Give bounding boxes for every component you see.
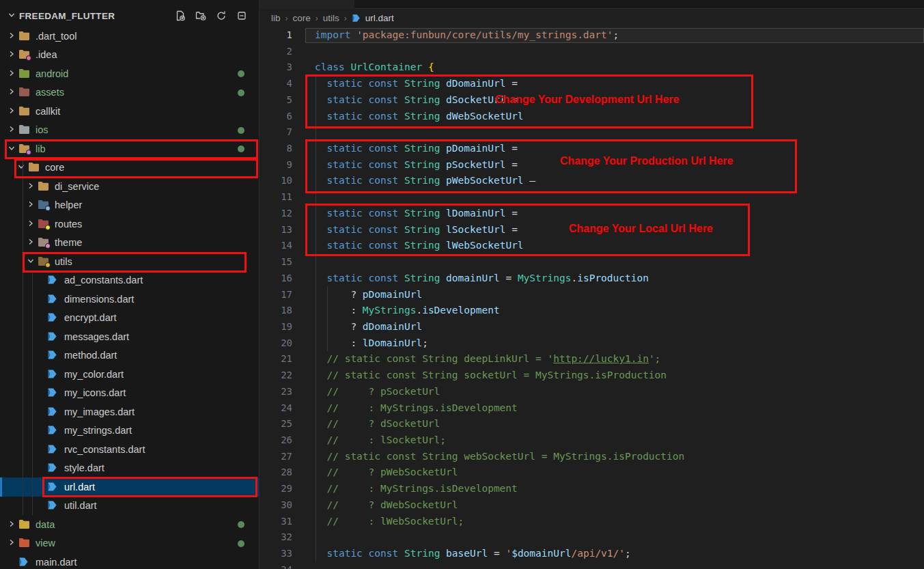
tree-item-util-dart[interactable]: util.dart [0,497,260,516]
code-line[interactable]: 2 [260,44,924,60]
chevron-right-icon[interactable] [6,70,17,78]
new-folder-icon[interactable] [195,10,207,22]
code-line[interactable]: 11 [260,189,924,206]
project-root-row[interactable]: FREEDAM_FLUTTER [0,6,259,25]
code-line[interactable]: 9 static const String pSocketUrl = [260,157,924,174]
line-number: 4 [260,76,306,92]
code-line[interactable]: 29 // : MyStrings.isDevelopment [260,481,924,497]
tree-item-my-strings-dart[interactable]: my_strings.dart [0,421,260,441]
chevron-right-icon[interactable] [6,126,17,134]
chevron-right-icon[interactable] [6,521,17,529]
tree-item-label: my_strings.dart [64,425,132,436]
code-line[interactable]: 17 ? pDomainUrl [260,287,924,303]
tree-item-theme[interactable]: theme [0,234,260,253]
new-file-icon[interactable] [174,10,186,22]
code-line-text [306,189,315,206]
tree-item-di-service[interactable]: di_service [0,177,260,196]
folder-icon [28,162,40,173]
tree-item-label: dimensions.dart [64,294,134,305]
code-line[interactable]: 24 // : MyStrings.isDevelopment [260,400,924,417]
chevron-right-icon[interactable] [6,88,17,96]
tree-item-core[interactable]: core [0,158,260,178]
code-line-text: ? dDomainUrl [306,319,422,335]
code-line[interactable]: 13 static const String lSocketUrl = [260,222,924,238]
chevron-right-icon[interactable] [25,201,36,209]
code-line[interactable]: 33 static const String baseUrl = '$domai… [260,546,924,562]
active-tab[interactable] [260,0,354,9]
code-line[interactable]: 32 [260,529,924,546]
tree-item-my-icons-dart[interactable]: my_icons.dart [0,384,260,403]
chevron-down-icon[interactable] [25,258,36,266]
code-line[interactable]: 6 static const String dWebSocketUrl [260,109,924,125]
editor-pane: lib › core › utils › url.dart 1import 'p… [260,0,924,569]
git-modified-dot [238,127,244,134]
tree-item-encrypt-dart[interactable]: encrypt.dart [0,309,260,328]
code-line[interactable]: 4 static const String dDomainUrl = [260,76,924,92]
code-line[interactable]: 19 ? dDomainUrl [260,319,924,335]
tree-item-url-dart[interactable]: url.dart [0,477,260,497]
tree-item-main-dart[interactable]: main.dart [0,553,260,569]
dart-file-icon [47,444,59,455]
code-line[interactable]: 8 static const String pDomainUrl = [260,141,924,157]
breadcrumb-item-utils[interactable]: utils [323,13,339,23]
breadcrumb-item-core[interactable]: core [293,13,311,23]
chevron-right-icon[interactable] [6,107,17,115]
chevron-right-icon[interactable] [6,32,17,40]
code-line[interactable]: 5 static const String dSocketUrl = [260,92,924,109]
code-line[interactable]: 28 // ? pWebSocketUrl [260,464,924,481]
chevron-right-icon[interactable] [25,182,36,191]
tree-item-view[interactable]: view [0,534,260,553]
chevron-down-icon[interactable] [6,145,17,153]
tree-item-method-dart[interactable]: method.dart [0,346,260,365]
code-line[interactable]: 18 : MyStrings.isDevelopment [260,303,924,319]
code-line[interactable]: 25 // ? dSocketUrl [260,416,924,432]
chevron-right-icon[interactable] [25,238,36,247]
code-line[interactable]: 30 // ? dWebSocketUrl [260,497,924,514]
code-line[interactable]: 7 [260,124,924,141]
code-line-text: static const String domainUrl = MyString… [306,270,649,287]
tree-item-data[interactable]: data [0,515,260,534]
tree-item-my-color-dart[interactable]: my_color.dart [0,365,260,384]
tree-item--idea[interactable]: .idea [0,46,260,65]
chevron-right-icon[interactable] [6,51,17,59]
code-line[interactable]: 12 static const String lDomainUrl = [260,206,924,222]
dart-file-icon [47,331,59,342]
tree-item-android[interactable]: android [0,64,260,83]
code-line[interactable]: 14 static const String lWebSocketUrl [260,238,924,254]
tree-item-my-images-dart[interactable]: my_images.dart [0,402,260,421]
code-line[interactable]: 21 // static const String deepLinkUrl = … [260,351,924,367]
code-line[interactable]: 34 [260,562,924,569]
tree-item-style-dart[interactable]: style.dart [0,459,260,478]
chevron-right-icon[interactable] [25,220,36,228]
code-line[interactable]: 15 [260,254,924,270]
code-line[interactable]: 27 // static const String webSocketUrl =… [260,449,924,465]
code-line[interactable]: 20 : lDomainUrl; [260,335,924,352]
breadcrumb-item-file[interactable]: url.dart [365,13,394,23]
tree-item--dart-tool[interactable]: .dart_tool [0,27,260,46]
tree-item-dimensions-dart[interactable]: dimensions.dart [0,290,260,309]
tree-item-rvc-constants-dart[interactable]: rvc_constants.dart [0,440,260,459]
dart-file-icon [47,387,59,398]
collapse-all-icon[interactable] [236,10,248,22]
chevron-right-icon[interactable] [6,539,17,547]
code-line[interactable]: 26 // : lSocketUrl; [260,432,924,449]
code-line[interactable]: 16 static const String domainUrl = MyStr… [260,270,924,287]
tree-item-ad-constants-dart[interactable]: ad_constants.dart [0,271,260,290]
code-line[interactable]: 22 // static const String socketUrl = My… [260,367,924,384]
code-line[interactable]: 23 // ? pSocketUrl [260,384,924,400]
tree-item-assets[interactable]: assets [0,83,260,102]
tree-item-callkit[interactable]: callkit [0,102,260,121]
code-line[interactable]: 31 // : lWebSocketUrl; [260,514,924,530]
breadcrumb-item-lib[interactable]: lib [271,13,281,23]
tree-item-helper[interactable]: helper [0,196,260,215]
refresh-icon[interactable] [215,10,227,22]
code-area[interactable]: 1import 'package:funbun/core/utils/my_st… [260,27,924,569]
tree-item-lib[interactable]: lib [0,139,260,158]
code-line[interactable]: 3class UrlContainer { [260,59,924,76]
chevron-down-icon[interactable] [16,163,27,171]
tree-item-messages-dart[interactable]: messages.dart [0,327,260,346]
tree-item-ios[interactable]: ios [0,121,260,140]
tree-item-routes[interactable]: routes [0,214,260,234]
code-line[interactable]: 10 static const String pWebSocketUrl – [260,173,924,189]
tree-item-utils[interactable]: utils [0,252,260,271]
